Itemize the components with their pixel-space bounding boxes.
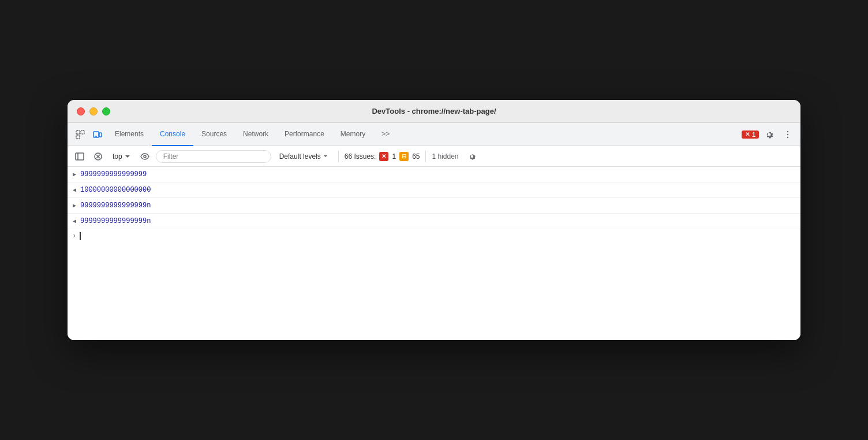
- issues-area[interactable]: 66 Issues: ✕ 1 ⊟ 65: [345, 152, 420, 161]
- svg-rect-2: [76, 135, 80, 139]
- error-count-badge[interactable]: ✕ 1: [742, 130, 759, 139]
- svg-point-6: [787, 130, 788, 132]
- console-output: ▶ 9999999999999999 ◀ 10000000000000000 ▶…: [68, 167, 800, 340]
- close-button[interactable]: [77, 107, 85, 115]
- console-toolbar: top Default levels: [68, 146, 800, 167]
- text-cursor: [80, 232, 81, 240]
- tab-sources[interactable]: Sources: [193, 123, 235, 146]
- log-levels-button[interactable]: Default levels: [275, 151, 332, 162]
- window-title: DevTools - chrome://new-tab-page/: [372, 107, 496, 115]
- toolbar-divider-2: [425, 151, 426, 162]
- filter-input[interactable]: [156, 150, 271, 163]
- issues-warn-badge: ⊟: [399, 152, 409, 161]
- return-icon: ◀: [70, 217, 79, 226]
- devtools-window: DevTools - chrome://new-tab-page/: [68, 100, 800, 340]
- console-line[interactable]: ▶ 9999999999999999n: [68, 198, 800, 214]
- settings-icon[interactable]: [761, 126, 777, 143]
- svg-rect-9: [76, 153, 84, 160]
- sidebar-toggle-button[interactable]: [72, 149, 87, 164]
- svg-rect-4: [99, 133, 102, 137]
- devtools-panel: Elements Console Sources Network Perform…: [68, 123, 800, 340]
- select-element-icon[interactable]: [72, 126, 88, 143]
- console-line[interactable]: ◀ 9999999999999999n: [68, 214, 800, 229]
- tab-network[interactable]: Network: [235, 123, 276, 146]
- hidden-count: 1 hidden: [432, 152, 458, 161]
- console-line[interactable]: ◀ 10000000000000000: [68, 182, 800, 198]
- tab-memory[interactable]: Memory: [332, 123, 373, 146]
- error-icon: ✕: [745, 131, 750, 137]
- svg-rect-0: [76, 130, 80, 134]
- tab-more[interactable]: >>: [373, 123, 398, 146]
- issues-error-badge: ✕: [379, 152, 388, 161]
- svg-rect-1: [81, 130, 84, 134]
- tab-elements[interactable]: Elements: [107, 123, 152, 146]
- context-selector[interactable]: top: [109, 151, 134, 162]
- minimize-button[interactable]: [89, 107, 98, 115]
- traffic-lights: [77, 107, 110, 115]
- tabs-right: ✕ 1: [742, 126, 796, 143]
- svg-point-7: [787, 133, 788, 135]
- expand-icon[interactable]: ▶: [70, 170, 79, 179]
- console-prompt[interactable]: ›: [68, 229, 800, 243]
- device-toolbar-icon[interactable]: [89, 126, 106, 143]
- return-icon: ◀: [70, 185, 79, 195]
- tab-performance[interactable]: Performance: [276, 123, 332, 146]
- maximize-button[interactable]: [102, 107, 110, 115]
- svg-point-8: [787, 136, 788, 137]
- clear-console-button[interactable]: [91, 149, 106, 164]
- console-settings-icon[interactable]: [465, 149, 480, 164]
- tabs-bar: Elements Console Sources Network Perform…: [68, 123, 800, 146]
- titlebar: DevTools - chrome://new-tab-page/: [68, 100, 800, 123]
- toolbar-divider: [338, 151, 339, 162]
- tab-console[interactable]: Console: [152, 123, 193, 146]
- svg-point-14: [144, 155, 146, 158]
- live-expression-button[interactable]: [137, 149, 152, 164]
- more-options-icon[interactable]: [780, 126, 796, 143]
- console-line[interactable]: ▶ 9999999999999999: [68, 167, 800, 182]
- expand-icon[interactable]: ▶: [70, 201, 79, 210]
- prompt-arrow: ›: [72, 232, 76, 240]
